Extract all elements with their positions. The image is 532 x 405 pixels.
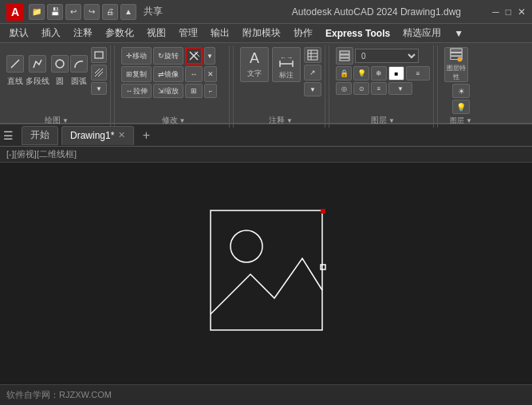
layer-walk-tool[interactable]: ≡ bbox=[371, 82, 387, 95]
layer-iso-tool[interactable]: ◎ bbox=[336, 82, 352, 95]
annotate-more[interactable]: ▼ bbox=[304, 82, 321, 96]
polyline-tool[interactable] bbox=[29, 55, 46, 73]
rotate-tool-group: ↻ 旋转 bbox=[153, 47, 183, 65]
array-tool[interactable]: ⊞ bbox=[185, 84, 203, 98]
separator-2 bbox=[233, 45, 234, 128]
layer-freeze-tool[interactable]: ❄ bbox=[371, 66, 387, 81]
layer-row2: 🔒 💡 ❄ ■ ≡ bbox=[336, 66, 430, 81]
tab-drawing1[interactable]: Drawing1* ✕ bbox=[61, 126, 134, 145]
separator-3 bbox=[329, 45, 329, 128]
layer-more[interactable]: ▼ bbox=[388, 82, 412, 95]
svg-point-25 bbox=[231, 230, 262, 262]
move-tool[interactable]: ✛ 移动 bbox=[121, 47, 152, 65]
svg-rect-2 bbox=[95, 52, 103, 58]
menu-featured[interactable]: 精选应用 bbox=[396, 25, 447, 41]
properties-group-label: 图层 ▼ bbox=[444, 114, 478, 126]
svg-text:←→: ←→ bbox=[280, 54, 293, 61]
text-tool[interactable]: A 文字 bbox=[240, 47, 269, 82]
svg-rect-21 bbox=[451, 53, 462, 56]
tab-drawing1-close[interactable]: ✕ bbox=[118, 130, 125, 140]
leader-tool[interactable]: ↗ bbox=[304, 65, 321, 81]
draw-group-label: 绘图 ▼ bbox=[6, 113, 107, 126]
layer-match-tool[interactable]: ≡ bbox=[406, 66, 430, 81]
svg-rect-19 bbox=[340, 58, 349, 61]
maximize-btn[interactable]: □ bbox=[506, 6, 511, 18]
hamburger-menu[interactable]: ☰ bbox=[3, 129, 14, 142]
menu-parametric[interactable]: 参数化 bbox=[99, 25, 140, 41]
layer-row3: ◎ ⊙ ≡ ▼ bbox=[336, 82, 430, 95]
title-bar-title: Autodesk AutoCAD 2024 Drawing1.dwg bbox=[261, 6, 493, 18]
layers-group-label: 图层 ▼ bbox=[336, 113, 430, 126]
svg-rect-24 bbox=[211, 210, 322, 330]
hatch-tool[interactable] bbox=[91, 65, 107, 81]
minimize-btn[interactable]: ─ bbox=[492, 6, 499, 18]
svg-rect-27 bbox=[321, 265, 325, 269]
print-icon[interactable]: 🖨 bbox=[102, 4, 118, 20]
erase-tool[interactable]: ✕ bbox=[204, 66, 217, 82]
ribbon-layers-group: 0 🔒 💡 ❄ ■ ≡ ◎ ⊙ ≡ ▼ bbox=[333, 45, 434, 128]
menu-bar: 默认 插入 注释 参数化 视图 管理 输出 附加模块 协作 Express To… bbox=[0, 24, 532, 43]
annotate-extra: ↗ ▼ bbox=[304, 47, 321, 96]
rect-tool[interactable] bbox=[91, 47, 107, 63]
menu-collaborate[interactable]: 协作 bbox=[287, 25, 319, 41]
canvas-area[interactable] bbox=[0, 163, 532, 394]
menu-express-tools[interactable]: Express Tools bbox=[319, 26, 396, 41]
trim-dropdown[interactable]: ▼ bbox=[204, 47, 215, 65]
annotate-tools: A 文字 ←→ 标注 bbox=[240, 47, 321, 96]
svg-rect-26 bbox=[321, 209, 325, 214]
layer-hide-tool[interactable]: 💡 bbox=[353, 66, 369, 81]
copy-tool[interactable]: ⊞ 复制 bbox=[121, 66, 152, 82]
chamfer-tool[interactable]: ⌐ bbox=[204, 84, 217, 98]
layer-color-tool[interactable]: ■ bbox=[388, 66, 404, 81]
menu-annotate[interactable]: 注释 bbox=[67, 25, 99, 41]
draw-extra-tools: ▼ bbox=[91, 47, 107, 95]
drawing-svg bbox=[187, 202, 346, 354]
draw-tools-row: 直线 多段线 圆 圆弧 bbox=[6, 47, 107, 95]
sun-tool[interactable]: ☀ bbox=[452, 84, 470, 98]
menu-default[interactable]: 默认 bbox=[3, 25, 35, 41]
layer-dropdown[interactable]: 0 bbox=[355, 49, 419, 63]
circle-tool[interactable] bbox=[51, 55, 69, 73]
undo-icon[interactable]: ↩ bbox=[65, 4, 81, 20]
layer-prop-tool[interactable]: 图层特性 bbox=[444, 47, 468, 82]
close-btn[interactable]: ✕ bbox=[518, 6, 526, 18]
properties-tools: 图层特性 ☀ 💡 bbox=[444, 47, 478, 114]
menu-view[interactable]: 视图 bbox=[140, 25, 172, 41]
rotate-tool[interactable]: ↻ 旋转 bbox=[153, 47, 183, 65]
layer-unisolate-tool[interactable]: ⊙ bbox=[353, 82, 369, 95]
line-tool[interactable] bbox=[6, 55, 24, 73]
arc-label: 圆弧 bbox=[71, 76, 87, 87]
scale-tool[interactable]: ⇲ 缩放 bbox=[153, 84, 183, 98]
arc-tool[interactable] bbox=[70, 55, 88, 73]
dimension-tool[interactable]: ←→ 标注 bbox=[272, 47, 301, 82]
tab-start[interactable]: 开始 bbox=[22, 126, 58, 145]
layer-lock-tool[interactable]: 🔒 bbox=[336, 66, 352, 81]
tab-add-button[interactable]: + bbox=[137, 127, 155, 144]
trim-tool[interactable] bbox=[185, 47, 203, 65]
modify-tools: ✛ 移动 ↻ 旋转 bbox=[121, 47, 226, 98]
table-tool[interactable] bbox=[304, 47, 321, 63]
annotate-group-label: 注释 ▼ bbox=[240, 113, 321, 126]
menu-addons[interactable]: 附加模块 bbox=[236, 25, 287, 41]
ribbon-modify-group: ✛ 移动 ↻ 旋转 bbox=[118, 45, 230, 128]
open-icon[interactable]: 📁 bbox=[29, 4, 45, 20]
save-icon[interactable]: 💾 bbox=[47, 4, 63, 20]
ribbon: 直线 多段线 圆 圆弧 bbox=[0, 43, 532, 124]
app-icon[interactable]: A bbox=[6, 3, 24, 21]
redo-icon[interactable]: ↪ bbox=[84, 4, 100, 20]
stretch-tool[interactable]: ↔ 拉伸 bbox=[121, 84, 152, 98]
mirror-tool[interactable]: ⇌ 镜像 bbox=[153, 66, 183, 82]
menu-dropdown[interactable]: ▼ bbox=[447, 26, 470, 41]
light-tool[interactable]: 💡 bbox=[452, 100, 470, 114]
share-icon[interactable]: ▲ bbox=[120, 4, 136, 20]
ribbon-annotate-group: A 文字 ←→ 标注 bbox=[237, 45, 325, 128]
more-draw-tool[interactable]: ▼ bbox=[91, 82, 107, 95]
extend-tool[interactable]: ↔ bbox=[185, 66, 203, 82]
layer-properties-tool[interactable] bbox=[336, 47, 353, 65]
menu-manage[interactable]: 管理 bbox=[172, 25, 204, 41]
circle-label: 圆 bbox=[56, 76, 64, 87]
menu-insert[interactable]: 插入 bbox=[35, 25, 67, 41]
menu-output[interactable]: 输出 bbox=[204, 25, 236, 41]
status-bar: 软件自学网：RJZXW.COM bbox=[0, 384, 532, 405]
move-tool-group: ✛ 移动 bbox=[121, 47, 152, 65]
